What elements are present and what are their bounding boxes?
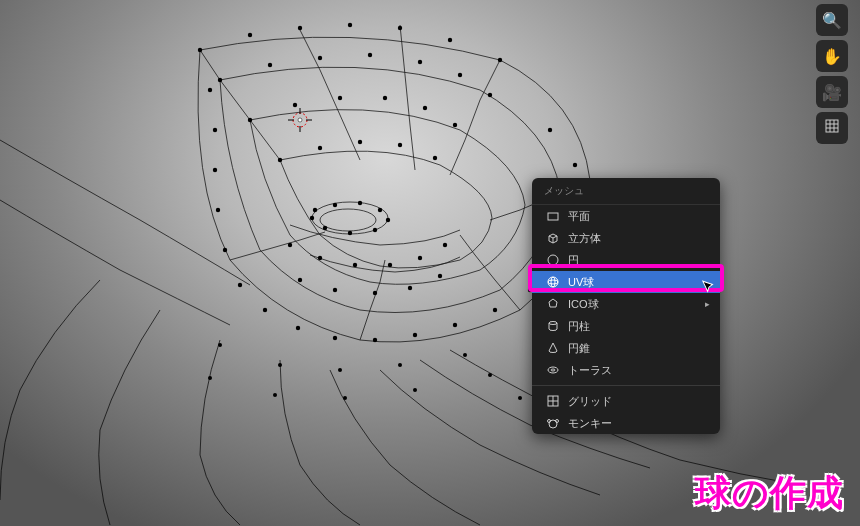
- svg-point-99: [548, 367, 558, 373]
- svg-point-95: [548, 280, 558, 284]
- uvsphere-icon: [544, 275, 562, 289]
- menu-item-cylinder[interactable]: 円柱: [532, 315, 720, 337]
- menu-item-torus[interactable]: トーラス: [532, 359, 720, 381]
- hand-icon: ✋: [822, 47, 842, 66]
- menu-item-cone[interactable]: 円錐: [532, 337, 720, 359]
- cube-icon: [544, 231, 562, 245]
- menu-header: メッシュ: [532, 178, 720, 205]
- monkey-icon: [544, 416, 562, 430]
- perspective-button[interactable]: [816, 112, 848, 144]
- svg-point-96: [551, 277, 555, 287]
- icosphere-icon: [544, 297, 562, 311]
- menu-item-label: グリッド: [568, 394, 612, 409]
- cone-icon: [544, 341, 562, 355]
- menu-item-circle[interactable]: 円: [532, 249, 720, 271]
- menu-item-label: 円柱: [568, 319, 590, 334]
- menu-item-label: 平面: [568, 209, 590, 224]
- cylinder-icon: [544, 319, 562, 333]
- camera-icon: 🎥: [822, 83, 842, 102]
- svg-point-100: [551, 369, 555, 371]
- menu-item-cube[interactable]: 立方体: [532, 227, 720, 249]
- menu-item-label: ICO球: [568, 297, 599, 312]
- menu-separator: [532, 385, 720, 386]
- svg-point-106: [556, 420, 559, 423]
- menu-item-label: 立方体: [568, 231, 601, 246]
- grid-mesh-icon: [544, 394, 562, 408]
- circle-icon: [544, 253, 562, 267]
- zoom-button[interactable]: 🔍: [816, 4, 848, 36]
- zoom-icon: 🔍: [822, 11, 842, 30]
- menu-item-label: 円: [568, 253, 579, 268]
- svg-marker-97: [549, 299, 557, 307]
- menu-item-monkey[interactable]: モンキー: [532, 412, 720, 434]
- annotation-caption: 球の作成: [695, 469, 844, 518]
- pan-button[interactable]: ✋: [816, 40, 848, 72]
- viewport-3d[interactable]: 🔍 ✋ 🎥 メッシュ 平面 立方体 円 UV球 ICO球 ▸ 円柱: [0, 0, 860, 526]
- chevron-right-icon: ▸: [705, 299, 710, 309]
- svg-point-105: [548, 420, 551, 423]
- menu-item-uvsphere[interactable]: UV球: [532, 271, 720, 293]
- torus-icon: [544, 363, 562, 377]
- plane-icon: [544, 209, 562, 223]
- menu-item-label: モンキー: [568, 416, 612, 431]
- menu-item-icosphere[interactable]: ICO球 ▸: [532, 293, 720, 315]
- svg-point-94: [548, 277, 558, 287]
- viewport-nav-buttons: 🔍 ✋ 🎥: [816, 4, 848, 144]
- menu-item-label: トーラス: [568, 363, 612, 378]
- svg-point-93: [548, 255, 558, 265]
- menu-item-plane[interactable]: 平面: [532, 205, 720, 227]
- svg-rect-87: [826, 120, 838, 132]
- grid-icon: [825, 119, 839, 137]
- menu-item-label: UV球: [568, 275, 594, 290]
- menu-item-grid[interactable]: グリッド: [532, 390, 720, 412]
- svg-point-98: [549, 322, 557, 325]
- add-mesh-menu: メッシュ 平面 立方体 円 UV球 ICO球 ▸ 円柱 円錐: [532, 178, 720, 434]
- camera-button[interactable]: 🎥: [816, 76, 848, 108]
- svg-rect-92: [548, 213, 558, 220]
- model-render: [0, 0, 860, 526]
- menu-item-label: 円錐: [568, 341, 590, 356]
